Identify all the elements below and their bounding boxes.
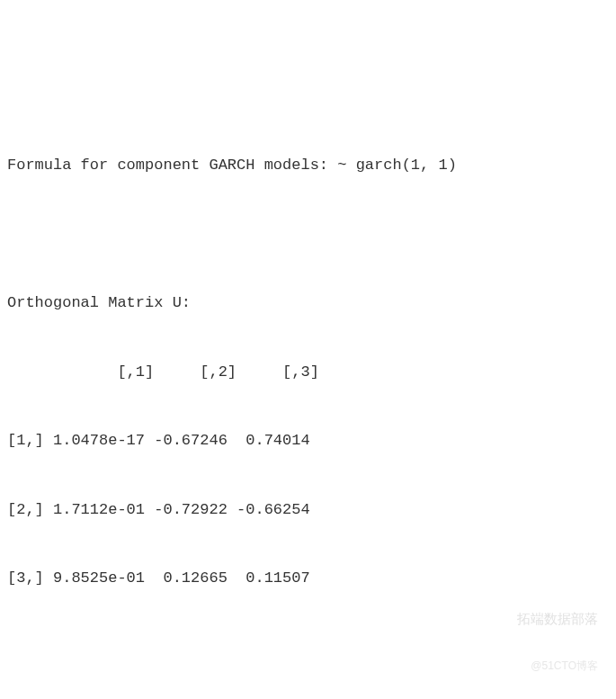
matrix-u-header: [,1] [,2] [,3] — [7, 355, 609, 390]
formula-line: Formula for component GARCH models: ~ ga… — [7, 148, 609, 183]
matrix-u-row: [1,] 1.0478e-17 -0.67246 0.74014 — [7, 424, 609, 458]
blank-line — [7, 218, 609, 252]
blank-line — [7, 631, 609, 665]
matrix-u-title: Orthogonal Matrix U: — [7, 286, 609, 320]
matrix-u-row: [3,] 9.8525e-01 0.12665 0.11507 — [7, 561, 609, 596]
matrix-u-row: [2,] 1.7112e-01 -0.72922 -0.66254 — [7, 493, 609, 527]
watermark-main: 拓端数据部落 — [517, 611, 598, 627]
